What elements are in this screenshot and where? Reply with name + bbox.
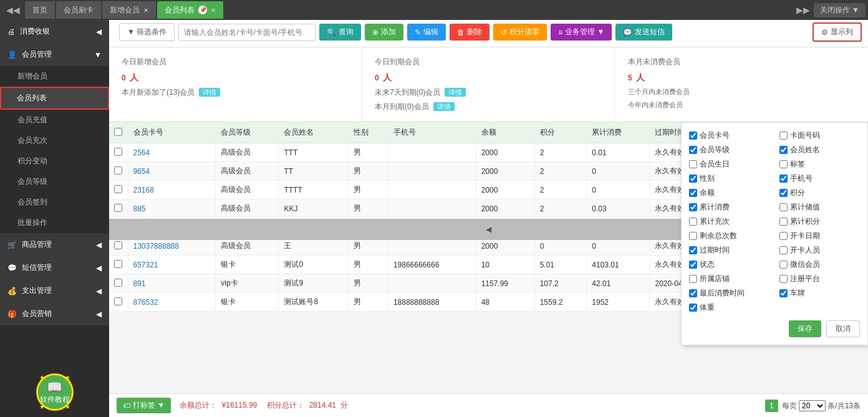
col-checkbox[interactable] [689, 189, 697, 197]
member-link[interactable]: 885 [133, 204, 146, 213]
row-checkbox[interactable] [114, 148, 122, 156]
col-item: 车牌 [779, 288, 860, 299]
col-checkbox[interactable] [779, 275, 788, 283]
col-checkbox[interactable] [689, 203, 697, 211]
stat-inactive-sub1: 三个月内未消费会员 [628, 87, 856, 97]
detail-link-new[interactable]: 详情 [199, 88, 220, 97]
th-card-no: 会员卡号 [128, 122, 216, 143]
col-checkbox[interactable] [779, 289, 788, 297]
tab-new-member[interactable]: 新增会员 ✕ [102, 1, 156, 19]
row-balance: 1157.99 [476, 274, 534, 293]
sidebar-item-member-checkin[interactable]: 会员签到 [0, 192, 109, 213]
select-all-checkbox[interactable] [114, 128, 122, 136]
tab-new-member-close[interactable]: ✕ [143, 7, 148, 14]
col-checkbox[interactable] [689, 146, 697, 154]
per-page-select[interactable]: 20 50 100 [799, 400, 826, 411]
member-link[interactable]: 23168 [133, 186, 154, 194]
row-checkbox[interactable] [114, 241, 122, 249]
tab-member-list-close[interactable]: ✕ [211, 7, 216, 14]
print-tag-button[interactable]: 🏷 打标签 ▼ [117, 398, 171, 413]
col-checkbox[interactable] [689, 289, 697, 297]
sidebar-item-member-level[interactable]: 会员等级 [0, 171, 109, 192]
delete-button[interactable]: 🗑 删除 [450, 24, 489, 41]
sidebar-header-marketing[interactable]: 🎁 会员营销 ◀ [0, 302, 109, 325]
sms-button[interactable]: 💬 发送短信 [615, 24, 672, 41]
search-input[interactable] [178, 24, 316, 41]
col-checkbox[interactable] [779, 146, 788, 154]
cashier-collapse-icon: ◀ [96, 27, 102, 36]
member-link[interactable]: 13037888888 [133, 242, 179, 251]
sidebar-header-expense[interactable]: 💰 支出管理 ◀ [0, 279, 109, 302]
col-checkbox[interactable] [779, 189, 788, 197]
tab-member-list[interactable]: 会员列表 📌 ✕ [157, 1, 223, 19]
add-btn-label: 添加 [381, 27, 396, 37]
row-checkbox[interactable] [114, 279, 122, 287]
edit-button[interactable]: ✎ 编辑 [407, 24, 446, 41]
col-checkbox[interactable] [689, 304, 697, 312]
col-checkbox[interactable] [779, 175, 788, 183]
tab-member-swipe[interactable]: 会员刷卡 [56, 1, 101, 19]
member-link[interactable]: 876532 [133, 298, 158, 307]
business-button[interactable]: ≡ 业务管理 ▼ [551, 24, 612, 41]
star-br-icon: ★ [65, 403, 70, 410]
sidebar-marketing-label: 会员营销 [22, 309, 52, 319]
sidebar-item-new-member[interactable]: 新增会员 [0, 66, 109, 87]
tab-home[interactable]: 首页 [25, 1, 55, 19]
sidebar-header-member[interactable]: 👤 会员管理 ▼ [0, 43, 109, 66]
points-button[interactable]: ↺ 积分清零 [493, 24, 547, 41]
sidebar-header-cashier[interactable]: 🖨 消费收银 ◀ [0, 20, 109, 43]
tab-prev-btn[interactable]: ◀◀ [2, 4, 24, 16]
member-link[interactable]: 2564 [133, 148, 150, 157]
popup-save-button[interactable]: 保存 [789, 320, 821, 337]
col-checkbox[interactable] [689, 175, 697, 183]
tutorial-button[interactable]: ★ ★ 📖 软件教程 ★ ★ [36, 373, 74, 411]
stat-expired-unit: 人 [383, 72, 392, 84]
col-checkbox[interactable] [779, 203, 788, 211]
popup-cancel-button[interactable]: 取消 [826, 320, 860, 337]
row-checkbox[interactable] [114, 204, 122, 212]
col-checkbox[interactable] [689, 160, 697, 168]
search-button[interactable]: 🔍 查询 [319, 24, 361, 41]
member-link[interactable]: 891 [133, 279, 146, 288]
col-checkbox[interactable] [689, 246, 697, 254]
member-link[interactable]: 9654 [133, 167, 150, 176]
book-icon: 📖 [47, 380, 62, 395]
row-checkbox[interactable] [114, 185, 122, 193]
sms-btn-label: 发送短信 [635, 27, 665, 37]
col-checkbox[interactable] [779, 160, 788, 168]
close-ops-button[interactable]: 关闭操作 ▼ [814, 3, 866, 17]
row-points: 107.2 [534, 274, 587, 293]
sidebar-item-member-list[interactable]: 会员列表 [0, 87, 109, 110]
business-icon: ≡ [558, 28, 562, 37]
row-checkbox[interactable] [114, 260, 122, 268]
col-checkbox[interactable] [779, 246, 788, 254]
row-phone [388, 143, 476, 162]
detail-link-exp-month[interactable]: 详情 [433, 102, 455, 111]
col-checkbox[interactable] [689, 275, 697, 283]
sidebar-item-batch-ops[interactable]: 批量操作 [0, 213, 109, 233]
member-link[interactable]: 657321 [133, 261, 158, 269]
add-button[interactable]: ⊕ 添加 [365, 24, 403, 41]
row-checkbox[interactable] [114, 166, 122, 175]
tab-next-btn[interactable]: ▶▶ [793, 4, 814, 16]
row-total-consume: 0.01 [587, 143, 650, 162]
col-checkbox[interactable] [779, 218, 788, 226]
sidebar-item-points-change[interactable]: 积分变动 [0, 151, 109, 171]
sidebar-item-member-recharge[interactable]: 会员充值 [0, 110, 109, 130]
col-checkbox[interactable] [689, 218, 697, 226]
sidebar-item-member-refill[interactable]: 会员充次 [0, 130, 109, 151]
col-checkbox[interactable] [689, 132, 697, 140]
col-checkbox[interactable] [689, 232, 697, 240]
col-checkbox[interactable] [779, 232, 788, 240]
sidebar-header-goods[interactable]: 🛒 商品管理 ◀ [0, 233, 109, 256]
col-checkbox[interactable] [779, 132, 788, 140]
detail-link-exp7[interactable]: 详情 [445, 88, 466, 97]
col-label: 累计消费 [700, 202, 730, 213]
page-1-btn[interactable]: 1 [765, 400, 778, 412]
row-checkbox[interactable] [114, 297, 122, 305]
col-checkbox[interactable] [689, 261, 697, 269]
filter-button[interactable]: ▼ 筛选条件 [119, 23, 175, 41]
col-checkbox[interactable] [779, 261, 788, 269]
sidebar-header-sms[interactable]: 💬 短信管理 ◀ [0, 256, 109, 279]
display-columns-button[interactable]: ⚙ 显示列 [813, 22, 862, 42]
